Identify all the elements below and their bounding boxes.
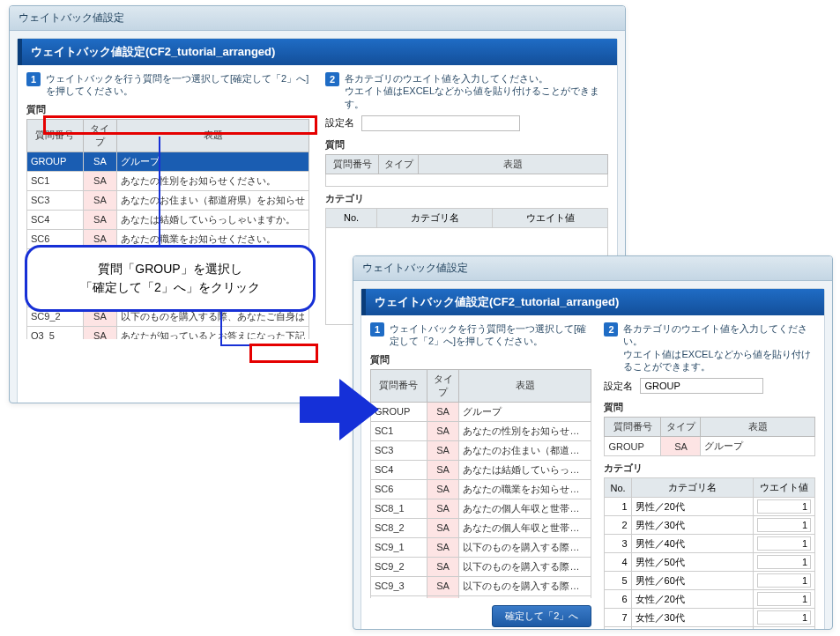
weight-input[interactable] bbox=[757, 610, 811, 625]
leader-line-1 bbox=[159, 137, 160, 245]
table-row[interactable]: SC9_4SA以下のものを購入する際、あなたご自身は bbox=[371, 595, 591, 598]
question-label: 質問 bbox=[26, 103, 309, 116]
panel-title: ウェイトバック値設定(CF2_tutorial_arranged) bbox=[18, 39, 617, 65]
category-row: 1男性／20代 bbox=[605, 498, 815, 516]
table-row[interactable]: SC1SAあなたの性別をお知らせください。 bbox=[27, 171, 309, 190]
weight-input[interactable] bbox=[757, 499, 811, 514]
selected-question-table: 質問番号 タイプ 表題 GROUP SA グループ bbox=[604, 417, 815, 456]
weight-input[interactable] bbox=[757, 518, 811, 532]
setting-name-input-2[interactable] bbox=[640, 378, 763, 394]
step-badge-1: 1 bbox=[26, 72, 41, 86]
category-row: 2男性／30代 bbox=[605, 516, 815, 535]
weight-input[interactable] bbox=[757, 592, 811, 606]
table-row[interactable]: SC4SAあなたは結婚していらっしゃいますか。 bbox=[371, 460, 591, 479]
category-row: 8女性／40代 bbox=[605, 627, 815, 630]
main-panel-2: ウェイトバック値設定(CF2_tutorial_arranged) 1 ウェイト… bbox=[361, 288, 825, 630]
step1-text: ウェイトバックを行う質問を一つ選択して[確定して「2」へ]を押してください。 bbox=[46, 72, 309, 98]
weight-input[interactable] bbox=[757, 555, 811, 569]
step2-text: 各カテゴリのウエイト値を入力してください。 ウエイト値はEXCELなどから値を貼… bbox=[345, 72, 608, 110]
step-badge-2b: 2 bbox=[604, 322, 618, 336]
selected-question-table-empty: 質問番号 タイプ 表題 bbox=[325, 154, 608, 187]
window-title-2: ウェイトバック値設定 bbox=[353, 256, 832, 281]
step1-column: 1 ウェイトバックを行う質問を一つ選択して[確定して「2」へ]を押してください。… bbox=[26, 72, 309, 403]
category-row: 4男性／50代 bbox=[605, 553, 815, 572]
step-badge-2: 2 bbox=[325, 72, 339, 86]
callout-line2: 「確定して「2」へ」をクリック bbox=[43, 278, 297, 297]
question-label-2: 質問 bbox=[325, 138, 608, 152]
table-row[interactable]: SC6SAあなたの職業をお知らせください。 bbox=[371, 479, 591, 499]
category-weight-table[interactable]: No. カテゴリ名 ウエイト値 1男性／20代2男性／30代3男性／40代4男性… bbox=[604, 477, 815, 630]
table-row[interactable]: SC3SAあなたのお住まい（都道府県）をお知らせ bbox=[371, 440, 591, 460]
setting-name-label: 設定名 bbox=[325, 116, 354, 129]
callout-line1: 質問「GROUP」を選択し bbox=[43, 260, 297, 278]
confirm-step2-button-2[interactable]: 確定して「2」へ bbox=[492, 605, 591, 627]
table-row[interactable]: SC9_3SA以下のものを購入する際、あなたご自身は bbox=[371, 576, 591, 595]
table-row[interactable]: Q3_5SAあなたが知っているとお答えになった下記 bbox=[27, 326, 309, 339]
setting-name-input[interactable] bbox=[361, 115, 520, 131]
step2-column-2: 2 各カテゴリのウエイト値を入力してください。 ウエイト値はEXCELなどから値… bbox=[604, 322, 815, 630]
category-row: 3男性／40代 bbox=[605, 535, 815, 553]
weight-input[interactable] bbox=[757, 536, 811, 551]
weight-input[interactable] bbox=[757, 629, 811, 630]
weightback-dialog-2: ウェイトバック値設定 ウェイトバック値設定(CF2_tutorial_arran… bbox=[353, 255, 833, 630]
question-list-table-2[interactable]: 質問番号 タイプ 表題 GROUPSAグループSC1SAあなたの性別をお知らせく… bbox=[370, 369, 591, 598]
weight-input[interactable] bbox=[757, 573, 811, 588]
category-row: 7女性／30代 bbox=[605, 609, 815, 627]
table-row[interactable]: SC8_2SAあなたの個人年収と世帯年収をお知らせく bbox=[371, 518, 591, 537]
svg-marker-0 bbox=[300, 379, 379, 440]
step-badge-1b: 1 bbox=[370, 322, 384, 336]
table-row[interactable]: SC9_2SA以下のものを購入する際、あなたご自身は bbox=[371, 557, 591, 576]
table-row[interactable]: SC9_1SA以下のものを購入する際、あなたご自身は bbox=[371, 537, 591, 557]
category-row: 6女性／20代 bbox=[605, 590, 815, 609]
col-qnum: 質問番号 bbox=[27, 119, 84, 152]
table-row[interactable]: GROUPSAグループ bbox=[371, 402, 591, 421]
col-subject: 表題 bbox=[117, 119, 309, 152]
table-row[interactable]: SC4SAあなたは結婚していらっしゃいますか。 bbox=[27, 210, 309, 229]
instruction-callout: 質問「GROUP」を選択し 「確定して「2」へ」をクリック bbox=[25, 245, 316, 312]
window-title: ウェイトバック値設定 bbox=[10, 6, 625, 31]
step1-column-2: 1 ウェイトバックを行う質問を一つ選択して[確定して「2」へ]を押してください。… bbox=[370, 322, 591, 630]
category-label: カテゴリ bbox=[325, 192, 608, 205]
table-row[interactable]: SC8_1SAあなたの個人年収と世帯年収をお知らせく bbox=[371, 499, 591, 518]
panel-title-2: ウェイトバック値設定(CF2_tutorial_arranged) bbox=[361, 289, 824, 315]
table-row[interactable]: GROUPSAグループ bbox=[27, 152, 309, 171]
category-row: 5男性／60代 bbox=[605, 572, 815, 590]
leader-line-2b bbox=[220, 344, 249, 346]
table-row[interactable]: SC3SAあなたのお住まい（都道府県）をお知らせ bbox=[27, 190, 309, 210]
col-type: タイプ bbox=[83, 119, 116, 152]
transition-arrow-icon bbox=[300, 379, 379, 440]
table-row[interactable]: SC1SAあなたの性別をお知らせください。 bbox=[371, 421, 591, 440]
